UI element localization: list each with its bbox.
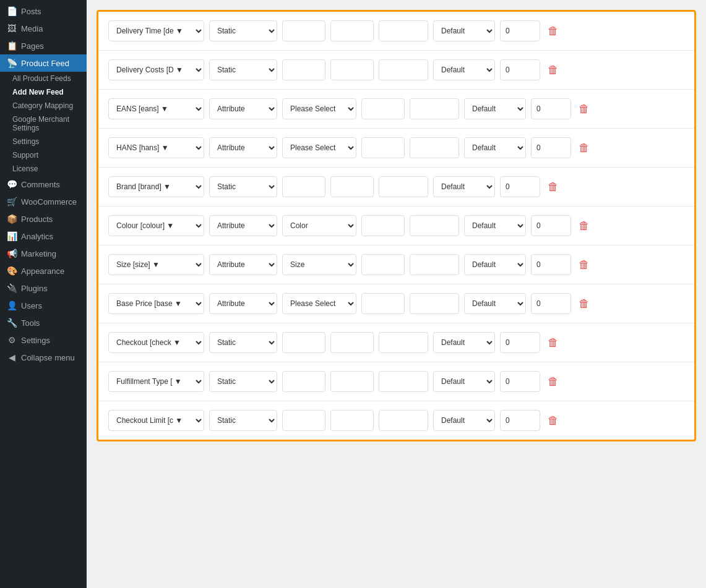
- value-select[interactable]: Color: [282, 215, 356, 236]
- sidebar-item-add-new-feed[interactable]: Add New Feed: [6, 85, 87, 99]
- sidebar-item-settings-sub[interactable]: Settings: [6, 135, 87, 148]
- sidebar-item-analytics[interactable]: 📊 Analytics: [0, 228, 87, 245]
- number-input[interactable]: [531, 137, 571, 158]
- value-input[interactable]: [282, 332, 325, 353]
- default-select[interactable]: Default: [464, 215, 526, 236]
- field-name-select[interactable]: HANS [hans] ▼: [108, 137, 204, 158]
- delete-button[interactable]: 🗑: [545, 22, 561, 40]
- delete-button[interactable]: 🗑: [545, 373, 561, 391]
- value-input[interactable]: [282, 20, 325, 41]
- number-input[interactable]: [500, 20, 540, 41]
- sidebar-item-settings[interactable]: ⚙ Settings: [0, 331, 87, 349]
- input-field-1[interactable]: [361, 215, 405, 236]
- number-input[interactable]: [531, 215, 571, 236]
- field-name-select[interactable]: Fulfillment Type [ ▼: [108, 371, 204, 392]
- value-select[interactable]: Please Select: [282, 98, 356, 119]
- field-name-select[interactable]: Base Price [base ▼: [108, 293, 204, 314]
- input-field-2[interactable]: [410, 137, 459, 158]
- input-field-2[interactable]: [410, 254, 459, 275]
- input-field-1[interactable]: [330, 371, 374, 392]
- input-field-2[interactable]: [379, 20, 428, 41]
- default-select[interactable]: Default: [464, 98, 526, 119]
- number-input[interactable]: [531, 293, 571, 314]
- number-input[interactable]: [531, 254, 571, 275]
- sidebar-item-tools[interactable]: 🔧 Tools: [0, 314, 87, 331]
- number-input[interactable]: [500, 59, 540, 80]
- input-field-1[interactable]: [361, 254, 405, 275]
- input-field-2[interactable]: [410, 98, 459, 119]
- input-field-1[interactable]: [330, 59, 374, 80]
- sidebar-item-posts[interactable]: 📄 Posts: [0, 2, 87, 20]
- default-select[interactable]: Default: [433, 332, 495, 353]
- input-field-2[interactable]: [379, 410, 428, 431]
- value-select[interactable]: Please Select: [282, 137, 356, 158]
- sidebar-item-license[interactable]: License: [6, 162, 87, 176]
- input-field-2[interactable]: [410, 293, 459, 314]
- delete-button[interactable]: 🗑: [545, 61, 561, 79]
- input-field-2[interactable]: [410, 215, 459, 236]
- sidebar-item-collapse[interactable]: ◀ Collapse menu: [0, 349, 87, 366]
- default-select[interactable]: Default: [433, 371, 495, 392]
- field-name-select[interactable]: Checkout [check ▼: [108, 332, 204, 353]
- type-select[interactable]: Static Attribute: [209, 254, 277, 275]
- sidebar-item-plugins[interactable]: 🔌 Plugins: [0, 279, 87, 297]
- sidebar-item-users[interactable]: 👤 Users: [0, 297, 87, 314]
- default-select[interactable]: Default: [464, 137, 526, 158]
- sidebar-item-appearance[interactable]: 🎨 Appearance: [0, 262, 87, 279]
- type-select[interactable]: Static Attribute: [209, 332, 277, 353]
- number-input[interactable]: [500, 410, 540, 431]
- field-name-select[interactable]: Brand [brand] ▼: [108, 176, 204, 197]
- number-input[interactable]: [500, 176, 540, 197]
- delete-button[interactable]: 🗑: [576, 139, 592, 157]
- input-field-1[interactable]: [361, 137, 405, 158]
- sidebar-item-marketing[interactable]: 📢 Marketing: [0, 245, 87, 262]
- input-field-2[interactable]: [379, 176, 428, 197]
- input-field-1[interactable]: [330, 176, 374, 197]
- value-input[interactable]: [282, 371, 325, 392]
- field-name-select[interactable]: Size [size] ▼: [108, 254, 204, 275]
- number-input[interactable]: [500, 371, 540, 392]
- default-select[interactable]: Default: [433, 410, 495, 431]
- input-field-1[interactable]: [361, 98, 405, 119]
- default-select[interactable]: Default: [433, 59, 495, 80]
- field-name-select[interactable]: Colour [colour] ▼: [108, 215, 204, 236]
- sidebar-item-google-merchant[interactable]: Google Merchant Settings: [6, 113, 87, 135]
- input-field-2[interactable]: [379, 332, 428, 353]
- field-name-select[interactable]: Delivery Time [de ▼: [108, 20, 204, 41]
- delete-button[interactable]: 🗑: [576, 295, 592, 313]
- sidebar-item-all-feeds[interactable]: All Product Feeds: [6, 72, 87, 85]
- default-select[interactable]: Default: [433, 176, 495, 197]
- type-select[interactable]: Static Attribute: [209, 98, 277, 119]
- field-name-select[interactable]: Checkout Limit [c ▼: [108, 410, 204, 431]
- delete-button[interactable]: 🗑: [576, 100, 592, 118]
- delete-button[interactable]: 🗑: [545, 334, 561, 352]
- value-select[interactable]: Please Select: [282, 293, 356, 314]
- input-field-2[interactable]: [379, 59, 428, 80]
- delete-button[interactable]: 🗑: [576, 256, 592, 274]
- input-field-1[interactable]: [330, 410, 374, 431]
- number-input[interactable]: [500, 332, 540, 353]
- sidebar-item-products[interactable]: 📦 Products: [0, 210, 87, 228]
- value-input[interactable]: [282, 410, 325, 431]
- input-field-2[interactable]: [379, 371, 428, 392]
- sidebar-item-comments[interactable]: 💬 Comments: [0, 176, 87, 193]
- delete-button[interactable]: 🗑: [545, 178, 561, 196]
- sidebar-item-woocommerce[interactable]: 🛒 WooCommerce: [0, 193, 87, 210]
- sidebar-item-pages[interactable]: 📋 Pages: [0, 37, 87, 54]
- default-select[interactable]: Default: [433, 20, 495, 41]
- value-input[interactable]: [282, 176, 325, 197]
- type-select[interactable]: Static Attribute: [209, 410, 277, 431]
- type-select[interactable]: Static Attribute: [209, 215, 277, 236]
- type-select[interactable]: Static Attribute: [209, 59, 277, 80]
- delete-button[interactable]: 🗑: [576, 217, 592, 235]
- sidebar-item-category-mapping[interactable]: Category Mapping: [6, 99, 87, 113]
- type-select[interactable]: Static Attribute: [209, 293, 277, 314]
- sidebar-item-media[interactable]: 🖼 Media: [0, 20, 87, 37]
- field-name-select[interactable]: EANS [eans] ▼: [108, 98, 204, 119]
- field-name-select[interactable]: Delivery Costs [D ▼: [108, 59, 204, 80]
- delete-button[interactable]: 🗑: [545, 412, 561, 430]
- sidebar-item-support[interactable]: Support: [6, 148, 87, 162]
- type-select[interactable]: Static Attribute: [209, 20, 277, 41]
- default-select[interactable]: Default: [464, 293, 526, 314]
- type-select[interactable]: Static Attribute: [209, 371, 277, 392]
